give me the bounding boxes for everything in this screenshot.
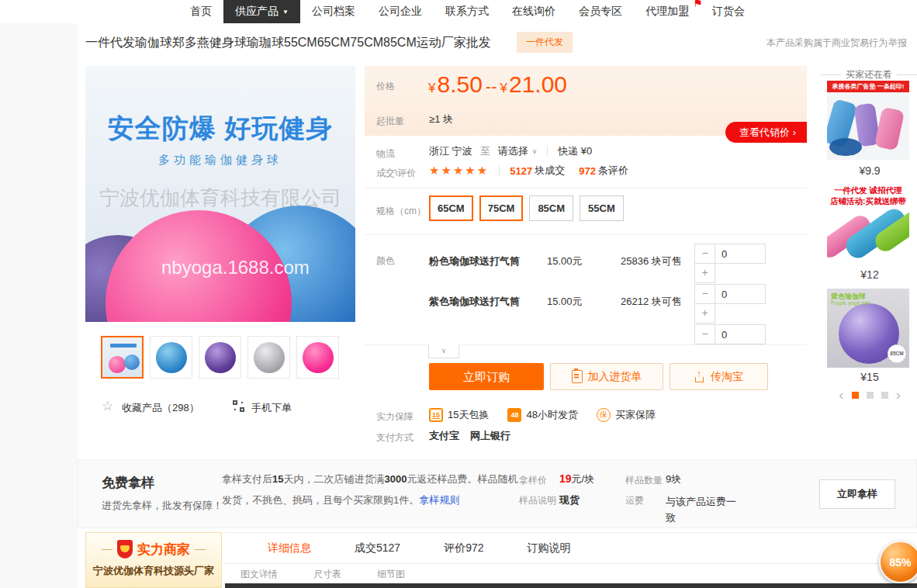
hero-url-watermark: nbyoga.1688.com [161, 257, 310, 278]
thumbnail-2[interactable] [150, 336, 192, 379]
tab-reviews[interactable]: 评价972 [444, 541, 483, 555]
thumbnail-1[interactable] [101, 336, 144, 379]
nav-item-member-zone[interactable]: 会员专区 [567, 0, 634, 23]
currency-symbol: ¥ [428, 81, 435, 96]
satisfaction-rate-fab[interactable]: 85% [879, 541, 917, 583]
prev-arrow-icon[interactable]: ‹ [839, 389, 843, 400]
moq-value: ≥1 块 [429, 112, 453, 126]
minus-button[interactable]: − [694, 244, 715, 264]
cart-button-label: 加入进货单 [588, 370, 642, 384]
price-max: 21.00 [509, 71, 567, 98]
sample-desc-value: 现货 [559, 493, 580, 507]
trade-notice: 本产品采购属于商业贸易行为 [766, 36, 888, 50]
nav-item-company[interactable]: 公司企业 [367, 0, 434, 23]
deal-row: ★★★★★ 5127 块成交 972 条评价 [429, 164, 628, 178]
plus-button[interactable]: + [694, 303, 715, 323]
sample-rules-link[interactable]: 拿样规则 [419, 494, 459, 506]
subtab-detail-photos[interactable]: 细节图 [377, 568, 405, 581]
guarantee-label: 买家保障 [615, 408, 656, 422]
size-badge: 85CM [888, 344, 906, 363]
quantity-input[interactable] [715, 244, 766, 264]
expand-sku-list-button[interactable]: ∨ [428, 344, 459, 358]
tab-order-notes[interactable]: 订购说明 [528, 541, 571, 555]
sku-name: 粉色瑜伽球送打气筒 [429, 254, 520, 268]
minus-button[interactable]: − [694, 284, 715, 304]
spec-option-55cm[interactable]: 55CM [580, 195, 624, 221]
tab-detail-info[interactable]: 详细信息 [268, 541, 311, 555]
upload-to-taobao-button[interactable]: ↑ 传淘宝 [670, 363, 768, 390]
plus-button[interactable]: + [694, 263, 715, 283]
deal-unit: 块成交 [535, 164, 565, 178]
sku-name: 紫色瑜伽球送打气筒 [429, 295, 520, 309]
nav-item-agent[interactable]: 代理加盟 [634, 0, 701, 23]
chevron-down-icon[interactable]: ∨ [532, 147, 538, 155]
divider [547, 146, 548, 157]
page-dot-1[interactable] [852, 392, 859, 399]
deal-count[interactable]: 5127 [510, 165, 532, 177]
related-item-2[interactable]: 一件代发 诚招代理 店铺活动:买就送绑带 [827, 182, 909, 262]
favorite-product-link[interactable]: 收藏产品（298） [122, 401, 199, 415]
related-item-3-price: ¥15 [822, 371, 917, 383]
deal-label: 成交\评价 [376, 167, 416, 180]
divider [102, 549, 112, 550]
quantity-input[interactable] [715, 324, 766, 344]
mini-ball-pink [109, 356, 126, 373]
page-dot-2[interactable] [867, 392, 874, 399]
thumbnail-3[interactable] [199, 336, 241, 379]
sample-freight-value: 与该产品运费一致 [666, 493, 740, 526]
thumbnail-4[interactable] [247, 336, 290, 379]
free-sample-section: 免费拿样 进货先拿样，批发有保障！ 拿样支付后15天内，二次店铺进货满3000元… [78, 459, 917, 528]
review-count[interactable]: 972 [579, 165, 596, 177]
thumb-ball-silver [254, 342, 285, 373]
mobile-order-link[interactable]: 手机下单 [251, 401, 292, 415]
sidebar-pagination: ‹ › [822, 389, 917, 400]
review-unit: 条评价 [598, 164, 628, 178]
thumbnail-5[interactable] [296, 336, 339, 379]
product-main-image[interactable]: 安全防爆 好玩健身 多功能瑜伽健身球 宁波优伽体育科技有限公司 nbyoga.1… [85, 66, 355, 322]
spec-option-65cm[interactable]: 65CM [429, 195, 473, 221]
nav-item-order-fair[interactable]: 订货会 [701, 0, 756, 23]
next-arrow-icon[interactable]: › [896, 389, 901, 400]
sample-price-unit: 元/块 [572, 473, 595, 485]
payment-label: 支付方式 [376, 431, 414, 444]
detail-tabs: 详细信息 成交5127 评价972 订购说明 [225, 532, 917, 564]
related-item-1[interactable]: 承接各类广告垫 一条起印! [827, 81, 909, 160]
spec-option-85cm[interactable]: 85CM [529, 195, 573, 221]
bull-shield-icon [117, 540, 133, 559]
desc-text: 天内，二次店铺进货满 [283, 473, 384, 485]
star-outline-icon[interactable]: ☆ [102, 398, 113, 414]
subtab-size-table[interactable]: 尺寸表 [313, 568, 341, 581]
report-link[interactable]: 举报 [888, 36, 907, 50]
page-dot-3[interactable] [881, 392, 888, 399]
order-now-button[interactable]: 立即订购 [429, 363, 544, 390]
quantity-input[interactable] [715, 284, 766, 304]
nav-item-company-profile[interactable]: 公司档案 [300, 0, 367, 23]
merchant-card[interactable]: 实力商家 宁波优伽体育科技源头厂家 [85, 532, 222, 588]
get-sample-button[interactable]: 立即拿样 [819, 479, 895, 509]
price-min: 8.50 [437, 71, 482, 98]
guarantee-48-hour: 48 48小时发货 [507, 408, 577, 422]
nav-item-supply-products[interactable]: 供应产品 ▼ [223, 0, 300, 23]
free-sample-subtitle: 进货先拿样，批发有保障！ [102, 499, 223, 513]
view-consign-price-button[interactable]: 查看代销价 › [725, 122, 807, 143]
sku-price: 15.00元 [547, 254, 583, 268]
destination-select[interactable]: 请选择 [498, 144, 528, 158]
tab-deals[interactable]: 成交5127 [355, 541, 400, 555]
strength-label: 实力保障 [376, 410, 414, 424]
subtab-graphic-detail[interactable]: 图文详情 [240, 568, 278, 581]
nav-item-inquiry[interactable]: 在线询价 [500, 0, 567, 23]
nav-item-contact[interactable]: 联系方式 [434, 0, 500, 23]
express-fee: 快递 ¥0 [558, 144, 592, 158]
moq-label: 起批量 [376, 115, 404, 128]
mini-ball-blue [124, 355, 140, 370]
dropship-badge: 一件代发 [517, 32, 573, 53]
section-divider [365, 234, 807, 235]
add-to-purchase-list-button[interactable]: 加入进货单 [550, 363, 663, 390]
payment-online-bank: 网上银行 [470, 429, 510, 443]
free-sample-title: 免费拿样 [102, 474, 154, 492]
nav-item-home[interactable]: 首页 [178, 0, 223, 23]
spec-option-75cm[interactable]: 75CM [479, 195, 524, 221]
minus-button[interactable]: − [694, 324, 715, 344]
spec-label: 规格（cm） [376, 205, 426, 218]
related-item-3[interactable]: 紫色瑜伽球 Purple yoga ball 85CM [827, 289, 909, 368]
